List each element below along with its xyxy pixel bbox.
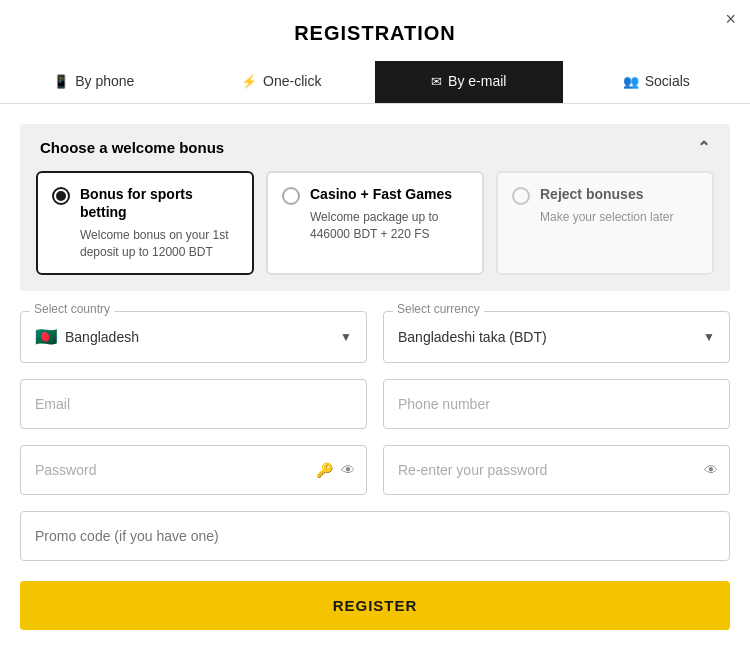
password-visibility-icon[interactable]: 👁 bbox=[341, 462, 355, 478]
password-key-icon[interactable]: 🔑 bbox=[316, 462, 333, 478]
email-input[interactable] bbox=[20, 379, 367, 429]
lightning-icon: ⚡ bbox=[241, 74, 257, 89]
close-button[interactable]: × bbox=[725, 10, 736, 28]
tab-by-phone[interactable]: 📱 By phone bbox=[0, 61, 188, 103]
email-phone-row bbox=[20, 379, 730, 429]
bonus-section-title: Choose a welcome bonus bbox=[40, 139, 224, 156]
radio-sports bbox=[52, 187, 70, 205]
tab-by-email-label: By e-mail bbox=[448, 73, 506, 89]
bonus-sports-desc: Welcome bonus on your 1st deposit up to … bbox=[80, 227, 238, 261]
tab-one-click-label: One-click bbox=[263, 73, 321, 89]
country-value: Bangladesh bbox=[65, 329, 340, 345]
bonus-reject-desc: Make your selection later bbox=[540, 209, 673, 226]
bonus-card-reject[interactable]: Reject bonuses Make your selection later bbox=[496, 171, 714, 275]
country-currency-row: Select country 🇧🇩 Bangladesh ▼ Select cu… bbox=[20, 311, 730, 363]
country-flag: 🇧🇩 bbox=[35, 326, 57, 348]
bonus-casino-title: Casino + Fast Games bbox=[310, 185, 468, 203]
promo-input[interactable] bbox=[20, 511, 730, 561]
currency-select[interactable]: Bangladeshi taka (BDT) ▼ bbox=[383, 311, 730, 363]
currency-value: Bangladeshi taka (BDT) bbox=[398, 329, 703, 345]
radio-casino bbox=[282, 187, 300, 205]
email-icon: ✉ bbox=[431, 74, 442, 89]
bonus-sports-title: Bonus for sports betting bbox=[80, 185, 238, 221]
email-group bbox=[20, 379, 367, 429]
modal-title: REGISTRATION bbox=[0, 0, 750, 61]
password-input[interactable] bbox=[20, 445, 367, 495]
repassword-visibility-icon[interactable]: 👁 bbox=[704, 462, 718, 478]
register-button[interactable]: REGISTER bbox=[20, 581, 730, 630]
tab-socials-label: Socials bbox=[645, 73, 690, 89]
bonus-section: Choose a welcome bonus ⌃ Bonus for sport… bbox=[20, 124, 730, 291]
bonus-header[interactable]: Choose a welcome bonus ⌃ bbox=[20, 124, 730, 171]
phone-icon: 📱 bbox=[53, 74, 69, 89]
form-section: Select country 🇧🇩 Bangladesh ▼ Select cu… bbox=[0, 291, 750, 495]
bonus-card-sports[interactable]: Bonus for sports betting Welcome bonus o… bbox=[36, 171, 254, 275]
bonus-reject-title: Reject bonuses bbox=[540, 185, 673, 203]
password-group: 🔑 👁 bbox=[20, 445, 367, 495]
phone-group bbox=[383, 379, 730, 429]
country-select[interactable]: 🇧🇩 Bangladesh ▼ bbox=[20, 311, 367, 363]
password-row: 🔑 👁 👁 bbox=[20, 445, 730, 495]
registration-modal: × REGISTRATION 📱 By phone ⚡ One-click ✉ … bbox=[0, 0, 750, 653]
currency-label: Select currency bbox=[393, 302, 484, 316]
repassword-input[interactable] bbox=[383, 445, 730, 495]
radio-reject bbox=[512, 187, 530, 205]
collapse-icon: ⌃ bbox=[697, 138, 710, 157]
bonus-casino-desc: Welcome package up to 446000 BDT + 220 F… bbox=[310, 209, 468, 243]
password-icons: 🔑 👁 bbox=[316, 462, 355, 478]
repassword-group: 👁 bbox=[383, 445, 730, 495]
tab-by-email[interactable]: ✉ By e-mail bbox=[375, 61, 563, 103]
country-select-group: Select country 🇧🇩 Bangladesh ▼ bbox=[20, 311, 367, 363]
currency-select-group: Select currency Bangladeshi taka (BDT) ▼ bbox=[383, 311, 730, 363]
bonus-card-casino[interactable]: Casino + Fast Games Welcome package up t… bbox=[266, 171, 484, 275]
tab-by-phone-label: By phone bbox=[75, 73, 134, 89]
country-chevron-icon: ▼ bbox=[340, 330, 352, 344]
phone-input[interactable] bbox=[383, 379, 730, 429]
promo-row bbox=[20, 511, 730, 561]
currency-chevron-icon: ▼ bbox=[703, 330, 715, 344]
tab-socials[interactable]: 👥 Socials bbox=[563, 61, 751, 103]
bonus-cards: Bonus for sports betting Welcome bonus o… bbox=[20, 171, 730, 291]
country-label: Select country bbox=[30, 302, 114, 316]
socials-icon: 👥 bbox=[623, 74, 639, 89]
repassword-icons: 👁 bbox=[704, 462, 718, 478]
tabs-bar: 📱 By phone ⚡ One-click ✉ By e-mail 👥 Soc… bbox=[0, 61, 750, 104]
tab-one-click[interactable]: ⚡ One-click bbox=[188, 61, 376, 103]
